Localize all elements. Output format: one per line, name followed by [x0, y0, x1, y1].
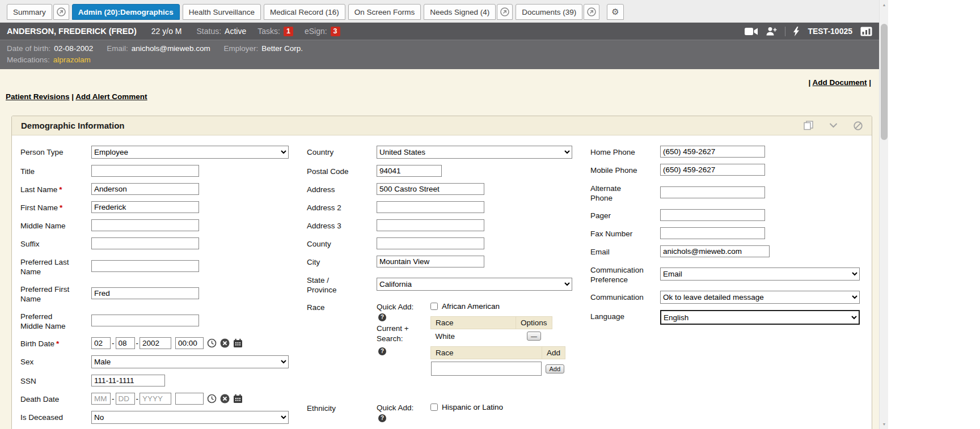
sex-select[interactable]: Male [91, 355, 289, 368]
email-input[interactable] [660, 245, 770, 257]
screen: Summary Admin (20):Demographics Health S… [0, 0, 980, 429]
race-current-search-label: Current + Search: [377, 324, 409, 343]
home-phone-input[interactable] [660, 146, 765, 158]
calendar-icon[interactable] [233, 338, 243, 348]
tab-medical-record[interactable]: Medical Record (16) [264, 4, 345, 20]
clock-icon[interactable] [207, 394, 217, 403]
ethnicity-hispanic-option[interactable]: Hispanic or Latino [430, 402, 503, 411]
title-input[interactable] [91, 165, 199, 177]
video-camera-icon[interactable] [745, 27, 758, 36]
language-label: Language [590, 310, 660, 325]
is-deceased-select[interactable]: No [91, 411, 289, 424]
lightning-bolt-icon[interactable] [793, 27, 800, 36]
patient-revisions-link[interactable]: Patient Revisions [6, 92, 70, 101]
county-input[interactable] [377, 237, 484, 249]
suffix-input[interactable] [91, 237, 199, 249]
gear-icon: ⚙ [611, 7, 619, 17]
chart-id: TEST-10025 [808, 27, 852, 36]
clear-date-icon[interactable] [220, 338, 230, 348]
death-year-input[interactable] [140, 393, 171, 405]
add-alert-comment-link[interactable]: Add Alert Comment [75, 92, 147, 101]
ssn-input[interactable] [91, 375, 165, 386]
person-type-select[interactable]: Employee [91, 146, 289, 159]
patient-subheader: Date of birth: 02-08-2002 Email: anichol… [0, 40, 879, 69]
country-label: Country [307, 146, 377, 159]
african-american-checkbox[interactable] [430, 303, 438, 310]
clock-icon[interactable] [207, 338, 217, 348]
death-month-input[interactable] [91, 393, 111, 405]
help-icon[interactable]: ? [378, 347, 386, 355]
scroll-down-arrow-icon[interactable]: ▼ [880, 422, 889, 426]
middle-name-input[interactable] [91, 219, 199, 231]
needs-signed-popout-button[interactable] [497, 4, 513, 20]
state-province-select[interactable]: California [377, 278, 572, 291]
tab-health-surveillance[interactable]: Health Surveillance [183, 4, 261, 20]
tasks-count-badge[interactable]: 1 [284, 27, 293, 36]
race-add-button[interactable]: Add [546, 364, 565, 373]
death-day-input[interactable] [116, 393, 135, 405]
summary-popout-button[interactable] [53, 4, 69, 20]
calendar-icon[interactable] [233, 394, 243, 403]
pipe-separator: | [71, 92, 74, 101]
preferred-middle-name-input[interactable] [91, 315, 199, 326]
collapse-chevron-icon[interactable] [829, 123, 838, 128]
birth-year-input[interactable] [140, 337, 171, 349]
form-column-right: Home Phone Mobile Phone Alternate Phone … [590, 146, 872, 331]
help-icon[interactable]: ? [378, 313, 386, 321]
form-row: Language English [590, 310, 872, 325]
race-remove-button[interactable]: — [527, 332, 541, 341]
esign-count-badge[interactable]: 3 [331, 27, 340, 36]
panel-body: Person Type Employee Title Last Name* Fi… [12, 135, 872, 429]
preferred-last-name-input[interactable] [91, 260, 199, 272]
tab-settings-button[interactable]: ⚙ [607, 4, 623, 20]
mobile-phone-input[interactable] [660, 164, 765, 176]
pager-input[interactable] [660, 209, 765, 221]
alternate-phone-input[interactable] [660, 186, 765, 198]
disable-icon[interactable] [854, 121, 863, 130]
postal-code-input[interactable] [377, 165, 442, 177]
date-dash: - [136, 394, 139, 403]
vertical-scrollbar[interactable]: ▲ ▼ [879, 0, 888, 429]
print-icon[interactable] [804, 121, 813, 130]
communication-select[interactable]: Ok to leave detailed message [660, 291, 860, 304]
race-african-american-option[interactable]: African American [430, 301, 565, 311]
first-name-input[interactable] [91, 201, 199, 213]
birth-day-input[interactable] [116, 337, 135, 349]
tab-on-screen-forms[interactable]: On Screen Forms [348, 4, 421, 20]
race-quick-add-label: Quick Add: [377, 303, 413, 311]
form-row: Communication Ok to leave detailed messa… [590, 291, 872, 304]
add-document-link[interactable]: Add Document [812, 78, 867, 87]
communication-preference-select[interactable]: Email [660, 267, 860, 281]
documents-popout-button[interactable] [584, 4, 599, 20]
help-icon[interactable]: ? [378, 414, 386, 422]
fax-number-input[interactable] [660, 227, 765, 239]
clear-date-icon[interactable] [220, 394, 230, 403]
medications-value[interactable]: alprazolam [53, 54, 91, 66]
tab-admin-demographics[interactable]: Admin (20):Demographics [72, 4, 180, 20]
birth-month-input[interactable] [91, 337, 111, 349]
preferred-first-name-input[interactable] [91, 287, 199, 299]
death-date-label: Death Date [20, 393, 91, 405]
birth-date-label: Birth Date* [20, 337, 91, 349]
race-add-input[interactable] [431, 362, 542, 376]
country-select[interactable]: United States [377, 146, 572, 159]
tab-needs-signed[interactable]: Needs Signed (4) [424, 4, 496, 20]
form-row: Preferred First Name [20, 283, 304, 304]
address3-input[interactable] [377, 219, 484, 231]
last-name-input[interactable] [91, 183, 199, 195]
chart-stats-icon[interactable] [860, 27, 872, 36]
scroll-up-arrow-icon[interactable]: ▲ [880, 3, 889, 7]
address2-input[interactable] [377, 201, 484, 213]
tab-documents[interactable]: Documents (39) [516, 4, 582, 20]
hispanic-latino-checkbox[interactable] [430, 403, 438, 411]
scrollbar-thumb[interactable] [881, 24, 888, 140]
city-input[interactable] [377, 256, 484, 267]
birth-time-input[interactable] [175, 337, 204, 349]
add-user-icon[interactable] [766, 27, 777, 36]
death-time-input[interactable] [175, 393, 204, 405]
address-input[interactable] [377, 183, 484, 195]
language-select[interactable]: English [660, 310, 860, 325]
tab-needs-signed-label: Needs Signed (4) [430, 8, 489, 16]
patient-name: ANDERSON, FREDERICK (FRED) [7, 27, 137, 36]
tab-summary[interactable]: Summary [7, 4, 52, 20]
